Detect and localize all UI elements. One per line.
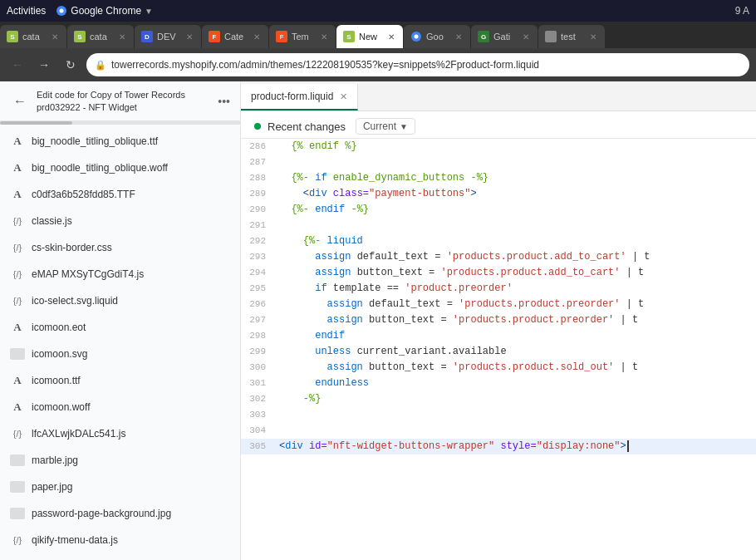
code-line-301: 301 endunless bbox=[241, 376, 756, 391]
image-icon-14 bbox=[10, 481, 25, 493]
back-icon-button[interactable]: ← bbox=[10, 91, 30, 112]
tab-label-5: Tem bbox=[292, 32, 315, 42]
tab-label-6: New bbox=[359, 32, 382, 42]
tab-favicon-2: S bbox=[74, 31, 86, 42]
file-item-1[interactable]: A big_noodle_titling_oblique.ttf bbox=[0, 128, 240, 155]
image-icon-9 bbox=[10, 348, 25, 360]
tab-close-3[interactable]: ✕ bbox=[184, 31, 194, 43]
file-item-16[interactable]: {/} qikify-tmenu-data.js bbox=[0, 527, 240, 553]
tab-favicon-3: D bbox=[141, 31, 153, 42]
file-name-2: big_noodle_titling_oblique.woff bbox=[32, 162, 168, 174]
browser-tab-1[interactable]: S cata ✕ bbox=[0, 25, 66, 48]
browser-tab-2[interactable]: S cata ✕ bbox=[67, 25, 134, 48]
browser-tab-3[interactable]: D DEV ✕ bbox=[135, 25, 201, 48]
address-bar[interactable]: 🔒 towerrecords.myshopify.com/admin/theme… bbox=[86, 53, 749, 76]
tab-close-8[interactable]: ✕ bbox=[521, 31, 531, 43]
tab-favicon-1: S bbox=[7, 31, 18, 42]
tab-close-7[interactable]: ✕ bbox=[454, 31, 464, 43]
editor-tabs: product-form.liquid ✕ bbox=[241, 81, 756, 111]
file-name-4: classie.js bbox=[32, 215, 72, 227]
file-item-10[interactable]: A icomoon.ttf bbox=[0, 367, 240, 394]
reload-button[interactable]: ↻ bbox=[60, 54, 81, 76]
file-item-11[interactable]: A icomoon.woff bbox=[0, 394, 240, 420]
file-item-7[interactable]: {/} ico-select.svg.liquid bbox=[0, 287, 240, 314]
file-item-12[interactable]: {/} lfcAXLwjkDALc541.js bbox=[0, 420, 240, 447]
code-editor[interactable]: 286 {% endif %} 287 288 {%- if enable_dy… bbox=[241, 139, 756, 560]
code-line-300: 300 assign button_text = 'products.produ… bbox=[241, 360, 756, 376]
activities-label[interactable]: Activities bbox=[7, 5, 46, 17]
browser-tab-5[interactable]: F Tem ✕ bbox=[269, 25, 336, 48]
js-icon-16: {/} bbox=[10, 533, 25, 548]
tab-label-2: cata bbox=[90, 32, 113, 42]
current-dropdown[interactable]: Current ▼ bbox=[356, 118, 415, 135]
forward-button[interactable]: → bbox=[33, 54, 55, 76]
scroll-bar-area bbox=[0, 121, 240, 125]
svg-point-1 bbox=[60, 9, 64, 13]
editor-tab-close[interactable]: ✕ bbox=[340, 91, 347, 102]
file-item-4[interactable]: {/} classie.js bbox=[0, 208, 240, 234]
liquid-icon-7: {/} bbox=[10, 293, 25, 308]
file-name-13: marble.jpg bbox=[32, 454, 78, 466]
tab-close-5[interactable]: ✕ bbox=[319, 31, 329, 43]
file-item-8[interactable]: A icomoon.eot bbox=[0, 314, 240, 341]
tab-label-3: DEV bbox=[157, 32, 180, 42]
code-line-289: 289 <div class="payment-buttons"> bbox=[241, 186, 756, 202]
file-item-9[interactable]: icomoon.svg bbox=[0, 341, 240, 367]
sidebar: ← Edit code for Copy of Tower Records pr… bbox=[0, 81, 241, 560]
file-name-15: password-page-background.jpg bbox=[32, 508, 171, 519]
tab-favicon-7 bbox=[410, 31, 422, 42]
tab-label-1: cata bbox=[22, 32, 46, 42]
js-icon-6: {/} bbox=[10, 267, 25, 282]
browser-tab-8[interactable]: G Gati ✕ bbox=[471, 25, 538, 48]
browser-tab-7[interactable]: Goo ✕ bbox=[404, 25, 470, 48]
tab-close-9[interactable]: ✕ bbox=[588, 31, 598, 43]
file-item-15[interactable]: password-page-background.jpg bbox=[0, 500, 240, 527]
font-icon-11: A bbox=[10, 400, 25, 415]
image-icon-13 bbox=[10, 454, 25, 466]
dropdown-chevron-icon: ▼ bbox=[400, 122, 408, 131]
file-name-12: lfcAXLwjkDALc541.js bbox=[32, 428, 125, 440]
address-text: towerrecords.myshopify.com/admin/themes/… bbox=[111, 59, 539, 71]
file-name-11: icomoon.woff bbox=[32, 401, 90, 413]
tab-favicon-8: G bbox=[478, 31, 489, 42]
recent-changes-bar: Recent changes Current ▼ bbox=[241, 111, 756, 139]
tab-favicon-6: S bbox=[343, 31, 355, 42]
file-name-7: ico-select.svg.liquid bbox=[32, 295, 118, 307]
file-name-8: icomoon.eot bbox=[32, 322, 86, 333]
code-line-286: 286 {% endif %} bbox=[241, 139, 756, 155]
file-name-1: big_noodle_titling_oblique.ttf bbox=[32, 135, 158, 147]
tab-close-2[interactable]: ✕ bbox=[117, 31, 127, 43]
browser-tab-6[interactable]: S New ✕ bbox=[336, 25, 403, 48]
font-icon-8: A bbox=[10, 320, 25, 335]
code-line-302: 302 -%} bbox=[241, 391, 756, 407]
browser-tab-9[interactable]: test ✕ bbox=[538, 25, 605, 48]
file-item-2[interactable]: A big_noodle_titling_oblique.woff bbox=[0, 155, 240, 181]
font-icon-10: A bbox=[10, 373, 25, 388]
file-name-14: paper.jpg bbox=[32, 481, 72, 493]
page-content: ← Edit code for Copy of Tower Records pr… bbox=[0, 81, 756, 560]
file-name-6: eMAP MXSyTCgGdiT4.js bbox=[32, 268, 144, 280]
code-line-303: 303 bbox=[241, 407, 756, 423]
browser-tab-bar: S cata ✕ S cata ✕ D DEV ✕ F Cate ✕ F Tem… bbox=[0, 22, 756, 48]
browser-tab-4[interactable]: F Cate ✕ bbox=[202, 25, 268, 48]
back-button[interactable]: ← bbox=[7, 54, 28, 76]
more-options-button[interactable]: ••• bbox=[218, 95, 230, 108]
tab-favicon-5: F bbox=[276, 31, 287, 42]
status-dot bbox=[254, 123, 261, 130]
js-icon-12: {/} bbox=[10, 426, 25, 441]
tab-label-4: Cate bbox=[224, 32, 248, 42]
code-line-304: 304 bbox=[241, 423, 756, 439]
editor-tab-product-form[interactable]: product-form.liquid ✕ bbox=[241, 84, 358, 111]
address-bar-row: ← → ↻ 🔒 towerrecords.myshopify.com/admin… bbox=[0, 48, 756, 81]
file-item-3[interactable]: A c0df3a6b528fdd85.TTF bbox=[0, 181, 240, 208]
tab-close-4[interactable]: ✕ bbox=[252, 31, 262, 43]
tab-close-6[interactable]: ✕ bbox=[386, 31, 396, 43]
file-item-13[interactable]: marble.jpg bbox=[0, 447, 240, 474]
file-item-14[interactable]: paper.jpg bbox=[0, 474, 240, 500]
code-line-290: 290 {%- endif -%} bbox=[241, 202, 756, 218]
file-item-5[interactable]: {/} cs-skin-border.css bbox=[0, 234, 240, 261]
code-line-292: 292 {%- liquid bbox=[241, 233, 756, 249]
file-item-6[interactable]: {/} eMAP MXSyTCgGdiT4.js bbox=[0, 261, 240, 287]
tab-close-1[interactable]: ✕ bbox=[50, 31, 60, 43]
code-line-298: 298 endif bbox=[241, 328, 756, 344]
